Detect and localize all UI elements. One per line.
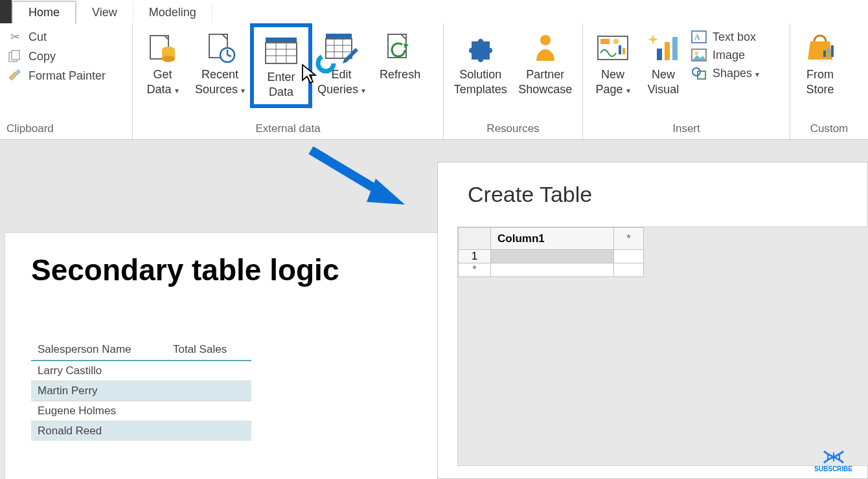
new-page-icon — [595, 30, 631, 66]
enter-data-label: Enter Data — [268, 70, 295, 99]
new-page-label: New Page ▾ — [595, 67, 630, 96]
image-button[interactable]: Image — [691, 48, 759, 62]
cut-label: Cut — [29, 30, 47, 44]
cut-button[interactable]: ✂ Cut — [6, 30, 106, 44]
puzzle-icon — [463, 30, 499, 66]
svg-rect-40 — [823, 50, 826, 57]
new-visual-label: New Visual — [648, 67, 680, 96]
svg-rect-17 — [326, 34, 352, 39]
svg-rect-30 — [622, 48, 625, 54]
recent-sources-button[interactable]: Recent Sources ▾ — [190, 27, 250, 99]
svg-rect-41 — [827, 48, 830, 57]
svg-rect-27 — [600, 39, 610, 44]
svg-point-25 — [540, 35, 551, 45]
text-box-button[interactable]: A Text box — [691, 30, 759, 44]
partner-showcase-label: Partner Showcase — [518, 67, 572, 96]
external-data-group-label: External data — [139, 121, 437, 138]
cursor-icon — [301, 63, 319, 89]
svg-line-44 — [311, 150, 382, 193]
ribbon-group-external-data: Get Data ▾ Recent Sources ▾ Enter Data E… — [133, 23, 444, 139]
tab-lead — [0, 0, 12, 23]
copy-label: Copy — [29, 50, 56, 63]
enter-data-icon — [263, 32, 299, 69]
svg-rect-11 — [266, 38, 297, 43]
column-header-1[interactable]: Column1 — [491, 228, 614, 250]
grid-cell-blank[interactable] — [614, 263, 644, 277]
grid-cell-blank[interactable] — [614, 250, 644, 263]
subscribe-label: SUBSCRIBE — [814, 465, 852, 473]
grid-corner[interactable] — [459, 228, 491, 250]
get-data-label: Get Data ▾ — [146, 67, 178, 96]
svg-point-37 — [695, 52, 698, 55]
recent-sources-icon — [202, 30, 238, 66]
svg-rect-31 — [657, 49, 662, 60]
new-page-button[interactable]: New Page ▾ — [589, 27, 636, 99]
format-painter-button[interactable]: Format Painter — [6, 69, 106, 83]
solution-templates-button[interactable]: Solution Templates — [450, 27, 511, 99]
ribbon-group-clipboard: ✂ Cut Copy Format Painter Clipboard — [0, 23, 133, 139]
shapes-button[interactable]: Shapes ▾ — [691, 66, 759, 80]
ribbon: ✂ Cut Copy Format Painter Clipboard — [0, 23, 868, 140]
grid-cell-1-1[interactable] — [491, 250, 614, 263]
image-icon — [691, 48, 707, 62]
svg-rect-1 — [12, 50, 19, 60]
row-number-1[interactable]: 1 — [459, 250, 491, 263]
table-row: Eugene Holmes — [31, 401, 251, 421]
dialog-grid[interactable]: Column1 * 1 * — [457, 227, 868, 466]
get-data-icon — [144, 30, 181, 66]
create-table-dialog: Create Table Column1 * 1 * — [437, 162, 868, 479]
svg-rect-32 — [665, 42, 670, 60]
new-visual-button[interactable]: New Visual — [640, 27, 687, 99]
col-salesperson[interactable]: Salesperson Name — [31, 339, 166, 361]
svg-rect-29 — [619, 45, 621, 54]
get-data-button[interactable]: Get Data ▾ — [139, 27, 186, 99]
subscribe-badge[interactable]: SUBSCRIBE — [814, 449, 852, 473]
ribbon-tabs: Home View Modeling — [0, 0, 868, 23]
scissors-icon: ✂ — [6, 30, 23, 44]
tab-home[interactable]: Home — [12, 1, 76, 24]
add-row-button[interactable]: * — [459, 263, 491, 277]
svg-point-38 — [692, 68, 700, 76]
add-column-button[interactable]: * — [614, 228, 644, 250]
table-row: Larry Castillo — [31, 361, 251, 381]
format-painter-label: Format Painter — [29, 69, 106, 83]
table-row: Ronald Reed — [31, 421, 251, 441]
person-icon — [527, 30, 564, 66]
tab-view[interactable]: View — [76, 2, 133, 23]
dna-icon — [814, 449, 852, 465]
partner-showcase-button[interactable]: Partner Showcase — [515, 27, 576, 99]
svg-point-6 — [162, 56, 175, 62]
copy-icon — [6, 49, 23, 63]
svg-point-43 — [318, 56, 334, 71]
report-canvas: Secondary table logic Salesperson Name T… — [5, 233, 439, 479]
svg-rect-42 — [831, 45, 834, 57]
from-store-label: From Store — [806, 67, 834, 96]
new-visual-icon — [645, 30, 681, 66]
solution-templates-label: Solution Templates — [454, 67, 507, 96]
tab-modeling[interactable]: Modeling — [133, 2, 212, 23]
from-store-button[interactable]: From Store — [797, 27, 843, 99]
resources-group-label: Resources — [450, 121, 576, 138]
ribbon-group-resources: Solution Templates Partner Showcase Reso… — [444, 23, 583, 139]
annotation-arrow-icon — [304, 142, 408, 214]
svg-point-28 — [613, 39, 619, 44]
enter-data-button[interactable]: Enter Data — [254, 27, 308, 104]
svg-text:A: A — [694, 32, 700, 41]
table-row: Martin Perry — [31, 381, 251, 401]
refresh-icon — [382, 30, 418, 66]
refresh-button[interactable]: Refresh — [374, 27, 426, 85]
store-icon — [802, 30, 838, 66]
refresh-label: Refresh — [380, 67, 420, 82]
copy-button[interactable]: Copy — [6, 49, 106, 63]
sales-table[interactable]: Salesperson Name Total Sales Larry Casti… — [31, 339, 251, 441]
svg-rect-33 — [672, 37, 678, 60]
textbox-icon: A — [691, 30, 707, 44]
paintbrush-icon — [6, 69, 23, 83]
dialog-title: Create Table — [438, 162, 867, 214]
insert-group-label: Insert — [589, 121, 783, 138]
recent-sources-label: Recent Sources ▾ — [195, 67, 245, 96]
grid-cell-blank[interactable] — [491, 263, 614, 277]
col-total-sales[interactable]: Total Sales — [166, 339, 251, 361]
report-title: Secondary table logic — [31, 252, 413, 287]
image-label: Image — [713, 49, 745, 62]
